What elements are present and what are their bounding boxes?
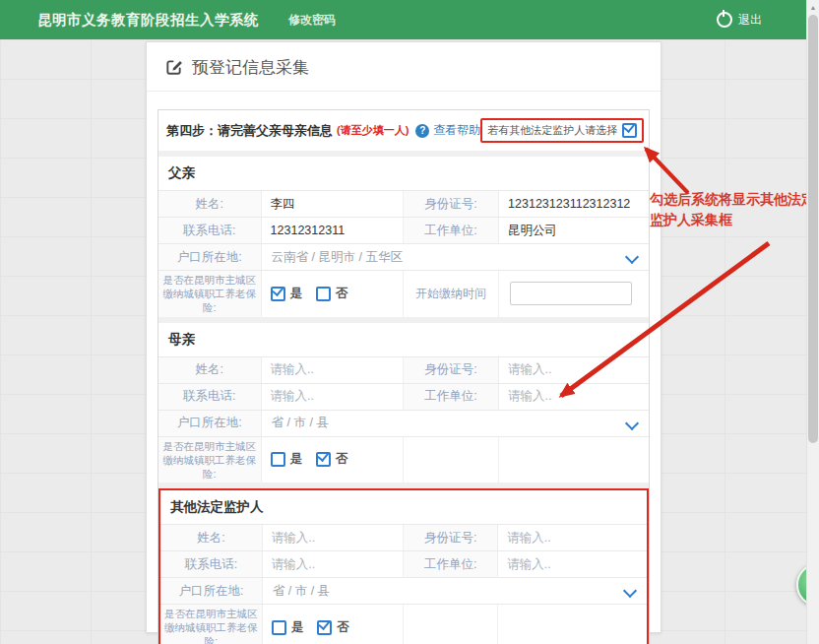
table-row: 是否在昆明市主城区缴纳城镇职工养老保险: 是 否 开始缴纳时间 (158, 270, 649, 317)
guardian-residence-select[interactable]: 省 / 市 / 县 (263, 578, 647, 604)
mother-insurance-options: 是 否 (262, 437, 404, 483)
other-guardian-checkbox-frame: 若有其他法定监护人请选择 (480, 118, 644, 143)
view-help-link[interactable]: 查看帮助 (433, 122, 480, 139)
workplace-label: 工作单位: (404, 551, 498, 577)
insurance-label: 是否在昆明市主城区缴纳城镇职工养老保险: (160, 605, 263, 644)
phone-label: 联系电话: (158, 384, 262, 410)
id-number-label: 身份证号: (404, 191, 499, 217)
guardian-id-field[interactable]: 请输入.. (498, 525, 647, 550)
mother-insurance-no[interactable]: 否 (316, 451, 348, 468)
step-title: 第四步：请完善父亲母亲信息 (166, 122, 333, 140)
mother-insurance-yes[interactable]: 是 (271, 451, 303, 468)
start-time-input[interactable] (510, 282, 632, 305)
workplace-label: 工作单位: (404, 384, 499, 410)
table-row: 姓名: 请输入.. 身份证号: 请输入.. (160, 524, 647, 550)
guardian-insurance-yes[interactable]: 是 (272, 619, 304, 636)
father-phone-field[interactable]: 12312312311 (262, 218, 404, 243)
guardian-name-field[interactable]: 请输入.. (263, 525, 404, 550)
father-heading: 父亲 (158, 157, 649, 190)
checkbox-unchecked-icon[interactable] (272, 620, 286, 635)
table-row: 联系电话: 12312312311 工作单位: 昆明公司 (158, 217, 649, 243)
guardian-heading: 其他法定监护人 (160, 490, 647, 524)
start-time-cell (499, 271, 649, 317)
help-icon: ? (415, 124, 429, 138)
father-name-field[interactable]: 李四 (262, 191, 404, 217)
logout-label: 退出 (738, 12, 762, 29)
other-guardian-checkbox-label: 若有其他法定监护人请选择 (487, 123, 617, 138)
father-residence-select[interactable]: 云南省 / 昆明市 / 五华区 (262, 244, 649, 270)
residence-label: 户口所在地: (158, 244, 262, 270)
father-workplace-field[interactable]: 昆明公司 (499, 218, 649, 243)
father-residence-value: 云南省 / 昆明市 / 五华区 (272, 249, 403, 266)
scrollbar[interactable]: ▲ (806, 0, 819, 644)
checkbox-checked-icon[interactable] (316, 452, 331, 467)
chevron-down-icon[interactable] (625, 416, 639, 429)
table-row: 是否在昆明市主城区缴纳城镇职工养老保险: 是 否 (158, 436, 649, 483)
mother-workplace-field[interactable]: 请输入.. (499, 384, 649, 410)
scrollbar-thumb[interactable] (808, 15, 818, 443)
mother-section: 母亲 姓名: 请输入.. 身份证号: 请输入.. 联系电话: 请输入.. 工作单… (158, 323, 649, 483)
logout-button[interactable]: 退出 (717, 12, 762, 29)
mother-name-field[interactable]: 请输入.. (262, 357, 404, 383)
other-guardian-checkbox[interactable] (622, 123, 637, 138)
mother-phone-field[interactable]: 请输入.. (262, 384, 404, 410)
guardian-insurance-options: 是 否 (263, 605, 404, 644)
table-row: 联系电话: 请输入.. 工作单位: 请输入.. (158, 383, 649, 410)
name-label: 姓名: (160, 525, 263, 550)
change-password-link[interactable]: 修改密码 (288, 12, 336, 29)
page-title: 预登记信息采集 (192, 56, 309, 79)
top-navbar: 昆明市义务教育阶段招生入学系统 修改密码 退出 (0, 0, 819, 39)
workplace-label: 工作单位: (404, 218, 499, 243)
checkbox-unchecked-icon[interactable] (316, 287, 331, 301)
other-guardian-section: 其他法定监护人 姓名: 请输入.. 身份证号: 请输入.. 联系电话: 请输入.… (158, 488, 649, 644)
insurance-label: 是否在昆明市主城区缴纳城镇职工养老保险: (158, 437, 262, 483)
edit-icon (164, 58, 183, 77)
table-row: 户口所在地: 云南省 / 昆明市 / 五华区 (158, 243, 649, 270)
annotation-note: 勾选后系统将显示其他法定监护人采集框 (650, 189, 819, 230)
name-label: 姓名: (158, 191, 262, 217)
table-row: 是否在昆明市主城区缴纳城镇职工养老保险: 是 否 (160, 604, 647, 644)
table-row: 户口所在地: 省 / 市 / 县 (160, 577, 647, 604)
residence-label: 户口所在地: (158, 411, 262, 436)
checkbox-unchecked-icon[interactable] (271, 452, 285, 467)
table-row: 姓名: 李四 身份证号: 123123123112312312 (158, 190, 649, 217)
insurance-label: 是否在昆明市主城区缴纳城镇职工养老保险: (158, 271, 262, 317)
empty-cell (404, 605, 498, 644)
power-icon (717, 12, 732, 28)
step-header: 第四步：请完善父亲母亲信息 (请至少填一人) ? 查看帮助 若有其他法定监护人请… (158, 110, 649, 151)
guardian-residence-value: 省 / 市 / 县 (273, 583, 330, 600)
step-hint: (请至少填一人) (337, 123, 409, 138)
mother-id-field[interactable]: 请输入.. (499, 357, 649, 383)
father-insurance-yes[interactable]: 是 (271, 286, 303, 302)
mother-heading: 母亲 (158, 323, 649, 356)
id-number-label: 身份证号: (404, 357, 499, 383)
checkbox-checked-icon[interactable] (271, 287, 285, 301)
table-row: 姓名: 请输入.. 身份证号: 请输入.. (158, 356, 649, 383)
mother-residence-select[interactable]: 省 / 市 / 县 (262, 411, 649, 436)
app-title: 昆明市义务教育阶段招生入学系统 (37, 11, 259, 30)
registration-form: 第四步：请完善父亲母亲信息 (请至少填一人) ? 查看帮助 若有其他法定监护人请… (158, 109, 650, 644)
app-window: 昆明市义务教育阶段招生入学系统 修改密码 退出 预登记信息采集 第四步：请完善父… (0, 0, 819, 644)
empty-cell (404, 437, 499, 483)
checkbox-checked-icon[interactable] (317, 620, 332, 635)
phone-label: 联系电话: (160, 551, 263, 577)
father-id-field[interactable]: 123123123112312312 (499, 191, 649, 217)
father-insurance-options: 是 否 (262, 271, 404, 317)
father-section: 父亲 姓名: 李四 身份证号: 123123123112312312 联系电话:… (158, 157, 649, 317)
start-time-label: 开始缴纳时间 (404, 271, 499, 317)
phone-label: 联系电话: (158, 218, 262, 243)
father-insurance-no[interactable]: 否 (316, 286, 348, 302)
empty-cell (499, 437, 649, 483)
table-row: 联系电话: 请输入.. 工作单位: 请输入.. (160, 550, 647, 577)
guardian-insurance-no[interactable]: 否 (317, 619, 349, 636)
page-header: 预登记信息采集 (147, 42, 661, 92)
chevron-down-icon[interactable] (623, 584, 637, 598)
guardian-phone-field[interactable]: 请输入.. (263, 551, 404, 577)
id-number-label: 身份证号: (404, 525, 498, 550)
table-row: 户口所在地: 省 / 市 / 县 (158, 410, 649, 436)
chevron-down-icon[interactable] (625, 250, 639, 264)
name-label: 姓名: (158, 357, 262, 383)
main-panel: 预登记信息采集 第四步：请完善父亲母亲信息 (请至少填一人) ? 查看帮助 若有… (146, 41, 662, 633)
guardian-workplace-field[interactable]: 请输入.. (498, 551, 647, 577)
scroll-up-arrow-icon[interactable]: ▲ (807, 0, 819, 14)
